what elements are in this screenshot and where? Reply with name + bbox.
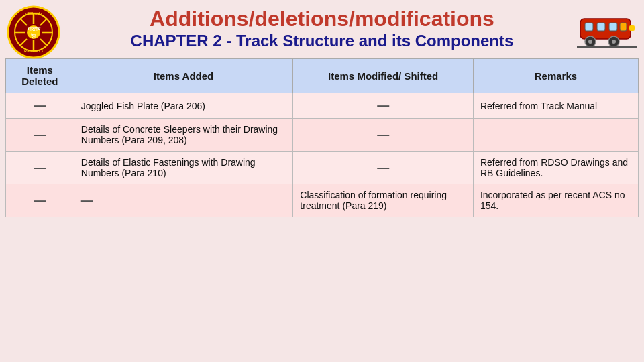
row4-deleted: —: [6, 184, 74, 217]
row2-added: Details of Concrete Sleepers with their …: [74, 119, 293, 152]
row2-modified: —: [293, 119, 474, 152]
logo-right: [577, 5, 637, 59]
svg-rect-19: [620, 23, 627, 31]
svg-point-23: [612, 40, 616, 44]
row3-added: Details of Elastic Fastenings with Drawi…: [74, 152, 293, 184]
svg-rect-16: [585, 23, 593, 31]
col-header-remarks: Remarks: [473, 59, 638, 93]
row4-modified: Classification of formation requiring tr…: [293, 184, 474, 217]
table-row: — Details of Elastic Fastenings with Dra…: [6, 152, 639, 184]
svg-point-21: [588, 40, 592, 44]
svg-text:रेल: रेल: [30, 33, 36, 38]
svg-text:भारतीय: भारतीय: [28, 26, 41, 32]
header: भारतीय रेल • INDIAN • RAILWAY • Addition…: [0, 0, 644, 54]
row1-remarks: Referred from Track Manual: [473, 93, 638, 119]
table-header-row: Items Deleted Items Added Items Modified…: [6, 59, 639, 93]
row3-deleted: —: [6, 152, 74, 184]
row1-modified: —: [293, 93, 474, 119]
col-header-added: Items Added: [74, 59, 293, 93]
table-container: Items Deleted Items Added Items Modified…: [5, 58, 639, 217]
row4-added: —: [74, 184, 293, 217]
row3-remarks: Referred from RDSO Drawings and RB Guide…: [473, 152, 638, 184]
col-header-modified: Items Modified/ Shifted: [293, 59, 474, 93]
indian-railway-logo: भारतीय रेल • INDIAN • RAILWAY •: [7, 5, 60, 59]
row2-deleted: —: [6, 119, 74, 152]
svg-text:• INDIAN •: • INDIAN •: [25, 11, 42, 15]
train-logo-icon: [577, 5, 637, 54]
svg-rect-17: [597, 23, 605, 31]
svg-text:RAILWAY •: RAILWAY •: [24, 49, 43, 53]
logo-left: भारतीय रेल • INDIAN • RAILWAY •: [7, 5, 60, 59]
row3-modified: —: [293, 152, 474, 184]
row4-remarks: Incorporated as per recent ACS no 154.: [473, 184, 638, 217]
row1-deleted: —: [6, 93, 74, 119]
row2-remarks: [473, 119, 638, 152]
row1-added: Joggled Fish Plate (Para 206): [74, 93, 293, 119]
svg-rect-25: [629, 25, 635, 31]
header-title: Additions/deletions/modifications CHAPTE…: [67, 7, 577, 50]
main-table: Items Deleted Items Added Items Modified…: [5, 58, 639, 217]
table-row: — — Classification of formation requirin…: [6, 184, 639, 217]
svg-rect-18: [609, 23, 617, 31]
table-row: — Joggled Fish Plate (Para 206) — Referr…: [6, 93, 639, 119]
table-row: — Details of Concrete Sleepers with thei…: [6, 119, 639, 152]
col-header-deleted: Items Deleted: [6, 59, 74, 93]
page-wrapper: भारतीय रेल • INDIAN • RAILWAY • Addition…: [0, 0, 644, 362]
